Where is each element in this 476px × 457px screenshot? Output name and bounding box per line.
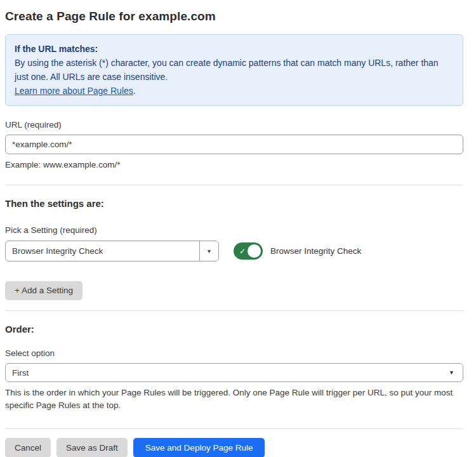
order-select-label: Select option [5, 348, 463, 358]
setting-picker-dropdown[interactable]: Browser Integrity Check ▾ [5, 241, 219, 262]
toggle-knob [248, 244, 261, 258]
info-box-heading: If the URL matches: [15, 42, 454, 56]
browser-integrity-toggle[interactable]: ✓ [234, 242, 263, 260]
page-rule-form: Create a Page Rule for example.com If th… [0, 0, 476, 457]
link-period: . [133, 86, 136, 96]
url-example-helper: Example: www.example.com/* [5, 159, 463, 171]
divider [5, 185, 463, 185]
learn-more-link[interactable]: Learn more about Page Rules [15, 86, 133, 96]
url-field-label: URL (required) [5, 120, 463, 129]
order-section-heading: Order: [5, 324, 463, 334]
select-arrow-icon: ▼ [449, 369, 454, 376]
form-actions: Cancel Save as Draft Save and Deploy Pag… [5, 438, 463, 457]
url-match-info-box: If the URL matches: By using the asteris… [5, 34, 463, 106]
save-deploy-button[interactable]: Save and Deploy Page Rule [133, 438, 265, 457]
add-setting-button[interactable]: + Add a Setting [5, 281, 83, 300]
divider [5, 428, 463, 429]
page-title: Create a Page Rule for example.com [5, 10, 463, 23]
order-select[interactable]: First ▼ [5, 363, 463, 382]
dropdown-arrow-button[interactable]: ▾ [199, 241, 218, 261]
setting-picker-value: Browser Integrity Check [6, 241, 199, 261]
order-select-value: First [12, 368, 29, 378]
url-input[interactable] [5, 135, 463, 154]
divider [5, 310, 463, 311]
info-box-body: By using the asterisk (*) character, you… [15, 56, 454, 84]
chevron-down-icon: ▾ [208, 248, 211, 255]
setting-picker-label: Pick a Setting (required) [5, 225, 463, 235]
order-helper-text: This is the order in which your Page Rul… [5, 387, 463, 412]
toggle-label: Browser Integrity Check [270, 246, 361, 256]
check-icon: ✓ [239, 247, 246, 256]
cancel-button[interactable]: Cancel [5, 438, 51, 457]
setting-controls-row: Browser Integrity Check ▾ ✓ Browser Inte… [5, 241, 463, 262]
save-draft-button[interactable]: Save as Draft [56, 438, 128, 457]
settings-section-heading: Then the settings are: [5, 198, 463, 209]
info-box-link-line: Learn more about Page Rules. [15, 84, 454, 98]
